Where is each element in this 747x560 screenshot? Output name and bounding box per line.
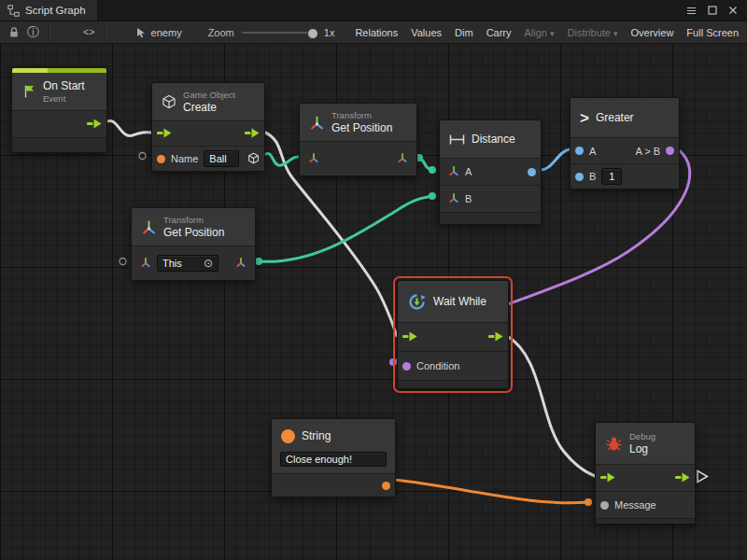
output-label: A > B: [635, 146, 660, 157]
node-title: String: [302, 429, 331, 442]
node-title: On Start: [43, 79, 85, 92]
bug-icon: [605, 436, 623, 452]
node-footer: [398, 380, 508, 388]
node-title: Wait While: [433, 295, 486, 308]
flow-out-port[interactable]: [488, 331, 503, 343]
target-value-field[interactable]: This ⊙: [157, 255, 218, 272]
tab-script-graph[interactable]: Script Graph: [0, 0, 98, 21]
graph-owner-ref[interactable]: enemy: [135, 27, 182, 38]
align-button[interactable]: Align▾: [518, 21, 561, 43]
port-label: Name: [171, 153, 198, 164]
vector-in-port-icon[interactable]: [448, 192, 459, 205]
code-view-icon[interactable]: <>: [79, 22, 99, 43]
node-title: Get Position: [331, 121, 392, 134]
graph-toolbar: ⓘ <> enemy Zoom 1x Relations Values Dim …: [0, 21, 747, 44]
dim-button[interactable]: Dim: [448, 21, 480, 43]
cube-icon: [162, 94, 176, 109]
string-out-port[interactable]: [382, 482, 390, 490]
float-out-port[interactable]: [528, 168, 536, 176]
flow-out-port[interactable]: [245, 128, 260, 140]
wait-while-icon: [407, 292, 427, 312]
transform-in-port-icon[interactable]: [140, 257, 151, 270]
relations-button[interactable]: Relations: [348, 21, 404, 43]
node-footer: [596, 518, 695, 524]
name-value-field[interactable]: Ball: [204, 150, 239, 167]
node-wait-while[interactable]: Wait While Condition: [397, 280, 509, 389]
node-title: Distance: [472, 133, 515, 146]
node-category: Transform: [331, 110, 392, 120]
lock-icon[interactable]: [5, 22, 23, 43]
flow-in-port[interactable]: [157, 128, 172, 140]
node-log[interactable]: Debug Log Message: [595, 422, 696, 525]
transform-icon: [309, 115, 325, 131]
full-screen-button[interactable]: Full Screen: [680, 21, 745, 43]
tab-title: Script Graph: [25, 5, 86, 16]
graph-owner-label: enemy: [151, 27, 182, 38]
node-category: Debug: [629, 431, 655, 441]
flow-out-port[interactable]: [675, 472, 690, 484]
string-in-port[interactable]: [157, 155, 165, 163]
flow-in-port[interactable]: [600, 472, 615, 484]
values-button[interactable]: Values: [404, 21, 448, 43]
port-label: A: [465, 166, 472, 177]
float-in-port-b[interactable]: [575, 173, 584, 181]
port-label: Condition: [416, 360, 459, 371]
node-footer: [440, 212, 541, 224]
float-in-port-a[interactable]: [575, 147, 584, 155]
port-label: B: [465, 193, 472, 204]
vector-out-port-icon[interactable]: [235, 257, 247, 270]
node-title: Log: [629, 442, 655, 455]
node-get-position-left[interactable]: Transform Get Position This ⊙: [131, 207, 256, 281]
string-value-field[interactable]: Close enough!: [280, 452, 387, 467]
string-icon: [281, 429, 295, 443]
message-in-port[interactable]: [600, 501, 609, 510]
node-get-position-top[interactable]: Transform Get Position: [299, 103, 417, 176]
node-category: Game Object: [183, 90, 235, 100]
carry-button[interactable]: Carry: [480, 21, 518, 43]
window-maximize-icon[interactable]: [708, 6, 717, 15]
greater-icon: >: [580, 110, 589, 126]
flow-in-port[interactable]: [402, 331, 417, 343]
gameobject-out-port[interactable]: [247, 152, 260, 166]
vector-out-port-icon[interactable]: [397, 152, 408, 165]
flag-icon: [21, 84, 36, 99]
window-menu-icon[interactable]: [686, 6, 697, 16]
toolbar-separator: [49, 25, 49, 39]
node-on-start[interactable]: On Start Event: [11, 67, 107, 153]
script-graph-icon: [7, 5, 20, 17]
info-icon[interactable]: ⓘ: [23, 22, 43, 43]
node-distance[interactable]: Distance A B: [439, 119, 542, 225]
distribute-button[interactable]: Distribute▾: [561, 21, 625, 43]
flow-out-port[interactable]: [87, 119, 102, 131]
distance-icon: [449, 133, 465, 146]
zoom-slider-track: [242, 32, 317, 34]
cursor-icon: [135, 27, 147, 38]
node-title: Create: [183, 101, 235, 114]
zoom-slider[interactable]: [242, 22, 317, 43]
node-title: Greater: [596, 111, 634, 124]
port-label: Message: [614, 499, 656, 511]
node-greater[interactable]: > Greater A A > B B 1: [570, 97, 680, 189]
zoom-label: Zoom: [208, 27, 234, 38]
transform-icon: [141, 219, 157, 235]
node-footer: [12, 137, 106, 152]
bool-out-port[interactable]: [666, 147, 674, 155]
node-category: Transform: [163, 215, 224, 225]
node-string[interactable]: String Close enough!: [271, 418, 396, 497]
node-title: Get Position: [163, 226, 224, 239]
dropdown-caret-icon: ▾: [613, 29, 618, 38]
port-label: B: [589, 171, 596, 182]
zoom-slider-handle[interactable]: [307, 28, 318, 39]
node-create[interactable]: Game Object Create Name Ball: [151, 82, 265, 172]
window-close-icon[interactable]: [728, 6, 738, 15]
object-picker-icon[interactable]: ⊙: [204, 258, 213, 269]
transform-in-port-icon[interactable]: [308, 152, 319, 165]
bool-in-port[interactable]: [402, 362, 411, 371]
zoom-value: 1x: [324, 27, 335, 38]
window-titlebar: Script Graph: [0, 0, 747, 21]
overview-button[interactable]: Overview: [625, 21, 681, 43]
b-value-field[interactable]: 1: [601, 168, 622, 185]
dropdown-caret-icon: ▾: [550, 29, 555, 38]
port-label: A: [589, 146, 596, 157]
vector-in-port-icon[interactable]: [448, 165, 459, 178]
